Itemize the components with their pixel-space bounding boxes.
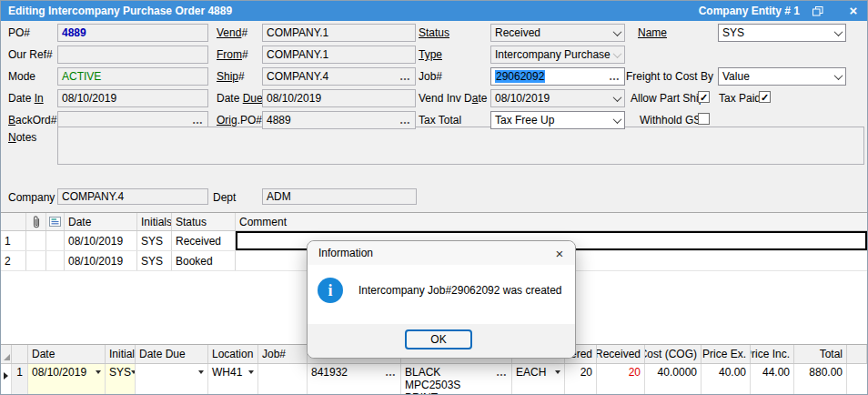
our-ref-label: Our Ref# — [8, 46, 53, 64]
date-cell[interactable]: 08/10/2019 — [65, 251, 137, 270]
dept-label: Dept — [213, 188, 236, 207]
job-cell[interactable] — [258, 364, 308, 395]
comment-grid-header: Date Initials Status Comment — [1, 213, 867, 231]
ordered-cell[interactable]: 20 — [565, 364, 597, 395]
initials-cell[interactable]: SYS — [137, 231, 172, 250]
date-due-cell[interactable] — [136, 364, 208, 395]
window-titlebar[interactable]: Editing Intercompany Purchase Order 4889… — [1, 1, 867, 21]
attachment-cell[interactable] — [26, 251, 46, 270]
dropdown-arrow-icon[interactable] — [96, 370, 101, 374]
corner-triangle-icon — [4, 354, 10, 360]
ellipsis-icon[interactable]: … — [609, 73, 621, 80]
restore-icon — [812, 6, 840, 16]
total-cell[interactable]: 880.00 — [794, 364, 847, 395]
freight-combo[interactable]: Value — [718, 67, 846, 86]
grid-corner — [1, 345, 12, 363]
vend-inv-date-label: Vend Inv Date — [419, 89, 487, 107]
vend-inv-date-combo[interactable]: 08/10/2019 — [490, 89, 625, 107]
ellipsis-icon[interactable]: … — [496, 369, 508, 376]
name-label: Name — [638, 24, 667, 42]
allow-part-ship-checkbox[interactable]: ✓ — [698, 91, 710, 103]
date-in-field[interactable]: 08/10/2019 — [57, 89, 208, 107]
line-item-row[interactable]: 1 08/10/2019 SYS WH41 841932… BLACK MPC2… — [1, 364, 867, 395]
price-inc-cell[interactable]: 44.00 — [751, 364, 794, 395]
po-label: PO# — [8, 24, 30, 42]
received-cell[interactable]: 20 — [597, 364, 645, 395]
row-selector[interactable] — [1, 364, 12, 395]
po-form: PO# 4889 Our Ref# Mode ACTIVE Date In 08… — [1, 21, 867, 212]
ellipsis-icon[interactable]: … — [385, 369, 397, 376]
description-cell[interactable]: BLACK MPC2503S PRINT CARTRIDGE… — [401, 364, 512, 395]
date-cell[interactable]: 08/10/2019 — [28, 364, 106, 395]
comment-column-header: Comment — [236, 213, 867, 230]
withhold-gst-checkbox[interactable] — [698, 113, 710, 125]
name-combo[interactable]: SYS — [718, 24, 846, 42]
dialog-close-button[interactable]: × — [544, 246, 575, 261]
price-ex-cell[interactable]: 40.00 — [701, 364, 751, 395]
chevron-down-icon — [613, 93, 622, 102]
type-combo: Intercompany Purchase — [490, 46, 625, 64]
date-due-label: Date Due — [217, 89, 263, 107]
company-field[interactable]: COMPANY.4 — [57, 188, 208, 205]
job-field[interactable]: 29062092… — [490, 67, 625, 86]
filler-cell — [847, 364, 867, 395]
dialog-titlebar[interactable]: Information × — [308, 241, 575, 265]
orig-po-field[interactable]: 4889… — [262, 111, 416, 129]
tax-paid-checkbox[interactable]: ✓ — [759, 91, 771, 103]
close-icon: × — [850, 3, 858, 18]
dropdown-arrow-icon[interactable] — [248, 370, 254, 374]
window-title: Editing Intercompany Purchase Order 4889 — [1, 5, 699, 17]
price-inc-column-header: Price Inc. — [751, 345, 794, 363]
row-number[interactable]: 2 — [1, 251, 26, 270]
status-column-header: Status — [172, 213, 236, 230]
row-number-header — [12, 345, 28, 363]
status-cell[interactable]: Booked — [172, 251, 236, 270]
date-due-field[interactable]: 08/10/2019 — [262, 89, 416, 107]
price-ex-column-header: Price Ex. — [701, 345, 751, 363]
ellipsis-icon[interactable]: … — [399, 73, 411, 80]
dropdown-arrow-icon[interactable] — [555, 370, 560, 374]
dropdown-arrow-icon[interactable] — [198, 370, 204, 374]
our-ref-field[interactable] — [57, 46, 208, 64]
item-cell[interactable]: 841932… — [308, 364, 401, 395]
cost-cell[interactable]: 40.0000 — [645, 364, 701, 395]
chevron-down-icon — [834, 71, 843, 80]
attachment-column-header — [26, 213, 46, 230]
from-field[interactable]: COMPANY.1 — [262, 46, 416, 64]
po-editor-window: Editing Intercompany Purchase Order 4889… — [0, 0, 868, 395]
dialog-title: Information — [308, 247, 544, 259]
dept-field[interactable]: ADM — [262, 188, 417, 205]
mode-field[interactable]: ACTIVE — [57, 67, 208, 86]
initials-column-header: Initials — [137, 213, 172, 230]
tax-total-combo[interactable]: Tax Free Up — [490, 111, 625, 129]
restore-window-button[interactable] — [812, 6, 840, 16]
row-number[interactable]: 1 — [1, 231, 26, 250]
memo-cell[interactable] — [46, 251, 65, 270]
location-cell[interactable]: WH41 — [208, 364, 258, 395]
status-cell[interactable]: Received — [172, 231, 236, 250]
notes-field[interactable] — [57, 127, 864, 165]
unit-cell[interactable]: EACH — [512, 364, 565, 395]
comment-grid-corner — [1, 213, 26, 230]
ellipsis-icon[interactable]: … — [192, 116, 204, 124]
status-combo[interactable]: Received — [490, 24, 625, 42]
close-window-button[interactable]: × — [840, 2, 867, 20]
paperclip-icon — [32, 216, 41, 228]
job-column-header: Job# — [258, 345, 308, 363]
attachment-cell[interactable] — [26, 231, 46, 250]
type-label: Type — [419, 46, 442, 64]
ship-field[interactable]: COMPANY.4… — [262, 67, 416, 86]
ellipsis-icon[interactable]: … — [399, 116, 411, 124]
dialog-footer: OK — [308, 324, 575, 358]
po-field[interactable]: 4889 — [57, 24, 208, 42]
initials-cell[interactable]: SYS — [106, 364, 136, 395]
date-cell[interactable]: 08/10/2019 — [65, 231, 137, 250]
chevron-down-icon — [834, 27, 843, 36]
vend-field[interactable]: COMPANY.1 — [262, 24, 416, 42]
ok-button[interactable]: OK — [405, 329, 472, 349]
initials-cell[interactable]: SYS — [137, 251, 172, 270]
received-column-header: Received — [597, 345, 645, 363]
vend-label: Vend# — [217, 24, 247, 42]
memo-cell[interactable] — [46, 231, 65, 250]
row-number[interactable]: 1 — [12, 364, 28, 395]
